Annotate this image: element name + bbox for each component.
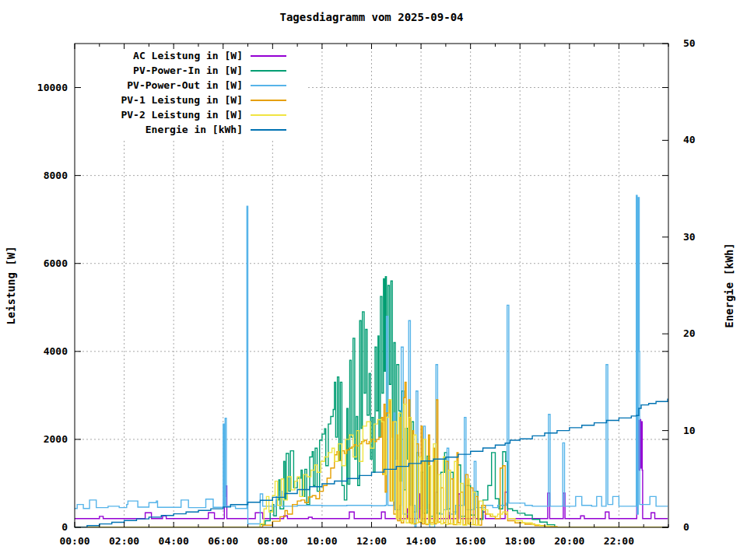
x-tick-label: 06:00	[208, 535, 238, 547]
x-tick-label: 00:00	[59, 535, 89, 547]
y-tick-label-left: 10000	[37, 82, 68, 93]
x-tick-label: 14:00	[406, 535, 437, 547]
legend-label: AC Leistung in [W]	[133, 50, 243, 61]
y-tick-label-right: 0	[683, 521, 689, 533]
x-tick-label: 18:00	[505, 535, 535, 547]
y-tick-label-left: 4000	[44, 345, 68, 357]
y-tick-label-left: 2000	[44, 433, 68, 445]
x-tick-label: 10:00	[307, 535, 337, 547]
y-tick-label-right: 40	[683, 134, 696, 145]
legend-label: Energie in [kWh]	[146, 124, 243, 135]
plot-svg: AC Leistung in [W]PV-Power-In in [W]PV-P…	[0, 0, 747, 560]
y-tick-label-right: 10	[683, 425, 696, 436]
y-tick-label-left: 8000	[44, 170, 68, 181]
x-tick-label: 12:00	[356, 535, 387, 547]
series-line-pv-power-out-in-w-	[75, 195, 668, 527]
y-tick-label-right: 20	[683, 327, 696, 339]
x-tick-label: 04:00	[159, 535, 189, 547]
y-tick-label-left: 0	[61, 521, 68, 533]
y-tick-label-right: 30	[683, 231, 696, 243]
x-tick-label: 02:00	[109, 535, 139, 547]
legend-label: PV-2 Leistung in [W]	[121, 109, 243, 121]
y-tick-label-right: 50	[683, 37, 696, 49]
y-tick-label-left: 6000	[44, 257, 68, 269]
legend-label: PV-1 Leistung in [W]	[121, 94, 243, 106]
legend: AC Leistung in [W]PV-Power-In in [W]PV-P…	[80, 47, 306, 138]
x-tick-label: 16:00	[455, 535, 486, 547]
legend-label: PV-Power-Out in [W]	[127, 79, 243, 91]
x-tick-label: 08:00	[258, 535, 288, 547]
daily-pv-chart: Tagesdiagramm vom 2025-09-04 Leistung [W…	[0, 0, 747, 560]
x-tick-label: 22:00	[604, 535, 634, 547]
series-group	[75, 195, 668, 527]
legend-label: PV-Power-In in [W]	[133, 65, 243, 76]
x-tick-label: 20:00	[554, 535, 584, 547]
